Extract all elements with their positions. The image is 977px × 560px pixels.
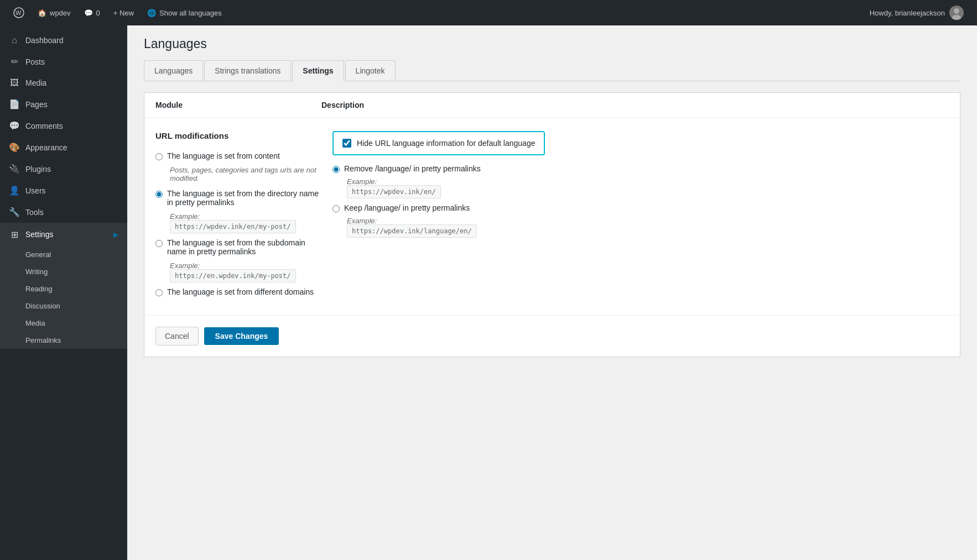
sidebar-item-comments[interactable]: 💬 Comments bbox=[0, 115, 127, 137]
radio-option-content: The language is set from content bbox=[155, 151, 321, 160]
radio-content[interactable] bbox=[155, 153, 163, 160]
sidebar-item-plugins[interactable]: 🔌 Plugins bbox=[0, 158, 127, 180]
sidebar-item-label: Posts bbox=[25, 57, 45, 66]
table-header: Module Description bbox=[144, 93, 960, 118]
subdomain-example-label: Example: bbox=[170, 261, 321, 270]
settings-panel: Module Description URL modifications The… bbox=[144, 92, 960, 357]
main-content: Languages Languages Strings translations… bbox=[127, 25, 977, 560]
content-note: Posts, pages, categories and tags urls a… bbox=[170, 166, 321, 182]
show-languages-item[interactable]: 🌐 Show all languages bbox=[141, 0, 228, 25]
radio-directory[interactable] bbox=[155, 191, 163, 198]
remove-example-label: Example: bbox=[347, 177, 949, 186]
sidebar-item-appearance[interactable]: 🎨 Appearance bbox=[0, 137, 127, 158]
save-button[interactable]: Save Changes bbox=[204, 327, 279, 345]
submit-row: Cancel Save Changes bbox=[144, 316, 960, 357]
submenu-general[interactable]: General bbox=[0, 246, 127, 263]
submenu-reading[interactable]: Reading bbox=[0, 280, 127, 297]
keep-example-label: Example: bbox=[347, 217, 949, 225]
settings-icon: ⊞ bbox=[9, 229, 20, 240]
radio-domains[interactable] bbox=[155, 289, 163, 296]
comments-item[interactable]: 💬 0 bbox=[77, 0, 107, 25]
radio-keep[interactable] bbox=[332, 205, 340, 212]
tab-lingotek[interactable]: Lingotek bbox=[345, 60, 396, 81]
appearance-icon: 🎨 bbox=[9, 142, 20, 153]
sidebar-item-posts[interactable]: ✏ Posts bbox=[0, 51, 127, 72]
comments-menu-icon: 💬 bbox=[9, 121, 20, 131]
keep-example-url: https://wpdev.ink/language/en/ bbox=[347, 226, 949, 235]
new-item[interactable]: + New bbox=[107, 0, 141, 25]
new-label: + New bbox=[113, 9, 134, 17]
sidebar: ⌂ Dashboard ✏ Posts 🖼 Media 📄 Pages 💬 Co… bbox=[0, 25, 127, 560]
site-name: wpdev bbox=[50, 9, 71, 17]
radio-option-domains: The language is set from different domai… bbox=[155, 287, 321, 296]
sidebar-item-label: Tools bbox=[25, 208, 44, 217]
sidebar-item-settings[interactable]: ⊞ Settings ▸ bbox=[0, 223, 127, 246]
plugins-icon: 🔌 bbox=[9, 164, 20, 174]
home-icon: 🏠 bbox=[38, 9, 46, 17]
radio-subdomain-label[interactable]: The language is set from the subdomain n… bbox=[167, 238, 321, 256]
submenu-writing[interactable]: Writing bbox=[0, 263, 127, 280]
languages-icon: 🌐 bbox=[147, 9, 156, 17]
page-title: Languages bbox=[144, 36, 960, 51]
section-title: URL modifications bbox=[155, 131, 321, 140]
tab-strings[interactable]: Strings translations bbox=[204, 60, 291, 81]
radio-remove[interactable] bbox=[332, 166, 340, 173]
sidebar-item-label: Media bbox=[25, 78, 46, 87]
radio-option-directory: The language is set from the directory n… bbox=[155, 189, 321, 207]
sidebar-item-media[interactable]: 🖼 Media bbox=[0, 72, 127, 93]
chevron-icon: ▸ bbox=[113, 228, 118, 240]
submenu-permalinks[interactable]: Permalinks bbox=[0, 332, 127, 349]
sub-radio-keep: Keep /language/ in pretty permalinks bbox=[332, 203, 949, 212]
radio-subdomain[interactable] bbox=[155, 240, 163, 247]
radio-directory-label[interactable]: The language is set from the directory n… bbox=[167, 189, 321, 207]
sidebar-item-users[interactable]: 👤 Users bbox=[0, 180, 127, 201]
radio-domains-label[interactable]: The language is set from different domai… bbox=[167, 287, 314, 296]
directory-example-label: Example: bbox=[170, 212, 321, 221]
col-module: Module bbox=[155, 101, 321, 109]
comments-icon: 💬 bbox=[84, 9, 93, 17]
dashboard-icon: ⌂ bbox=[9, 35, 20, 45]
url-modifications-section: URL modifications The language is set fr… bbox=[144, 118, 960, 316]
posts-icon: ✏ bbox=[9, 56, 20, 67]
svg-text:W: W bbox=[15, 9, 22, 16]
sidebar-item-label: Plugins bbox=[25, 165, 51, 174]
site-name-item[interactable]: 🏠 wpdev bbox=[31, 0, 77, 25]
user-greeting[interactable]: Howdy, brianleejackson bbox=[863, 6, 970, 20]
sidebar-item-label: Users bbox=[25, 186, 46, 195]
user-greeting-text: Howdy, brianleejackson bbox=[870, 9, 945, 17]
radio-option-subdomain: The language is set from the subdomain n… bbox=[155, 238, 321, 256]
sub-radio-remove: Remove /language/ in pretty permalinks bbox=[332, 164, 949, 173]
tools-icon: 🔧 bbox=[9, 207, 20, 217]
radio-remove-label[interactable]: Remove /language/ in pretty permalinks bbox=[344, 164, 481, 173]
comments-count: 0 bbox=[96, 9, 100, 17]
pages-icon: 📄 bbox=[9, 99, 20, 109]
col-description: Description bbox=[321, 101, 949, 109]
admin-bar: W 🏠 wpdev 💬 0 + New 🌐 Show all languages… bbox=[0, 0, 977, 25]
hide-url-label[interactable]: Hide URL language information for defaul… bbox=[357, 139, 535, 148]
sidebar-item-label: Appearance bbox=[25, 143, 67, 152]
submenu-media[interactable]: Media bbox=[0, 315, 127, 332]
remove-example-url: https://wpdev.ink/en/ bbox=[347, 187, 949, 196]
svg-point-3 bbox=[954, 8, 959, 14]
sidebar-item-label: Dashboard bbox=[25, 36, 64, 45]
tab-bar: Languages Strings translations Settings … bbox=[144, 60, 960, 81]
cancel-button[interactable]: Cancel bbox=[155, 327, 199, 346]
tab-languages[interactable]: Languages bbox=[144, 60, 203, 81]
radio-content-label[interactable]: The language is set from content bbox=[167, 151, 280, 160]
submenu-discussion[interactable]: Discussion bbox=[0, 297, 127, 315]
sidebar-item-tools[interactable]: 🔧 Tools bbox=[0, 201, 127, 223]
wp-logo-item[interactable]: W bbox=[7, 0, 31, 25]
hide-url-checkbox[interactable] bbox=[342, 139, 351, 148]
radio-keep-label[interactable]: Keep /language/ in pretty permalinks bbox=[344, 203, 470, 212]
sidebar-item-label: Settings bbox=[25, 230, 54, 239]
users-icon: 👤 bbox=[9, 185, 20, 196]
sidebar-item-dashboard[interactable]: ⌂ Dashboard bbox=[0, 30, 127, 51]
tab-settings[interactable]: Settings bbox=[292, 60, 344, 81]
subdomain-example-url: https://en.wpdev.ink/my-post/ bbox=[170, 271, 321, 280]
sidebar-item-pages[interactable]: 📄 Pages bbox=[0, 93, 127, 115]
directory-example-url: https://wpdev.ink/en/my-post/ bbox=[170, 222, 321, 231]
media-icon: 🖼 bbox=[9, 78, 20, 88]
settings-submenu: General Writing Reading Discussion Media… bbox=[0, 246, 127, 349]
description-column: Hide URL language information for defaul… bbox=[332, 131, 949, 243]
sidebar-item-label: Comments bbox=[25, 122, 63, 130]
